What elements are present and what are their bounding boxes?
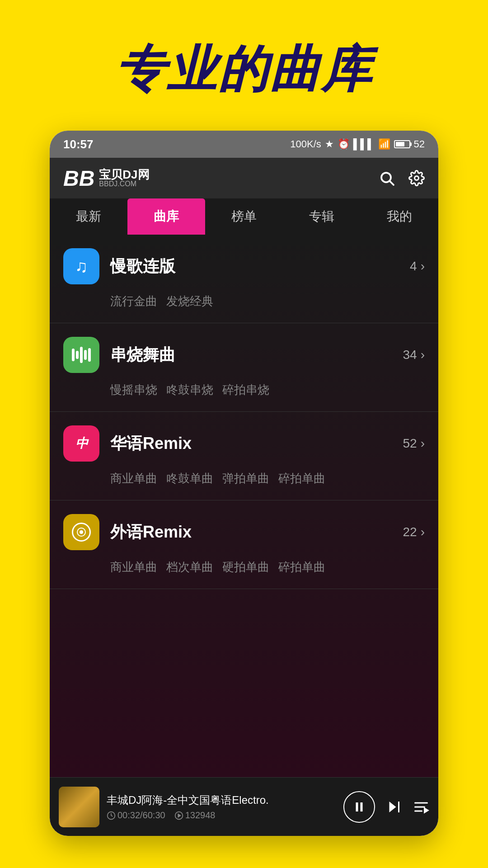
now-playing-plays: 132948 [174, 810, 216, 821]
wave-icon [72, 347, 91, 363]
category-count-wai-yu: 22 › [403, 525, 425, 539]
count-value-man-ge: 4 [410, 259, 417, 274]
tab-wode[interactable]: 我的 [361, 198, 438, 235]
svg-rect-7 [361, 802, 363, 811]
tag-hua-0[interactable]: 商业单曲 [110, 471, 157, 486]
category-name-hua-yu: 华语Remix [110, 433, 403, 455]
plays-value: 132948 [185, 810, 216, 821]
app-logo: BB 宝贝DJ网 BBDJ.COM [63, 166, 150, 191]
now-playing-thumbnail [59, 787, 99, 827]
category-name-man-ge: 慢歌连版 [110, 255, 410, 278]
tag-wai-3[interactable]: 碎拍单曲 [278, 559, 325, 575]
chevron-icon-3: › [421, 436, 425, 451]
phone-frame: 10:57 100K/s ★ ⏰ ▌▌▌ 📶 52 BB 宝贝DJ网 BBDJ.… [50, 131, 438, 836]
target-icon [72, 523, 91, 542]
battery-icon [394, 140, 410, 148]
now-playing-time: 00:32/60:30 [107, 810, 165, 821]
nav-tabs: 最新 曲库 榜单 专辑 我的 [50, 198, 438, 235]
svg-marker-8 [389, 802, 396, 812]
app-header: BB 宝贝DJ网 BBDJ.COM [50, 158, 438, 198]
chevron-icon-2: › [421, 348, 425, 362]
count-value-hua-yu: 52 [403, 436, 417, 451]
header-icons [379, 170, 425, 186]
tag-wai-2[interactable]: 硬拍单曲 [222, 559, 269, 575]
logo-title: 宝贝DJ网 [99, 169, 149, 180]
tag-wai-0[interactable]: 商业单曲 [110, 559, 157, 575]
category-tags-man-ge: 流行金曲 发烧经典 [63, 293, 425, 318]
svg-marker-13 [425, 808, 428, 812]
logo-bb: BB [63, 166, 94, 191]
search-button[interactable] [379, 170, 395, 186]
category-hua-yu[interactable]: 中 华语Remix 52 › 商业单曲 咚鼓单曲 弹拍单曲 碎拍单曲 [50, 412, 438, 500]
now-playing-controls [343, 791, 429, 823]
count-value-wai-yu: 22 [403, 525, 417, 539]
playlist-button[interactable] [413, 799, 429, 815]
next-button[interactable] [386, 799, 402, 815]
hero-title: 专业的曲库 [115, 36, 373, 104]
status-right: 100K/s ★ ⏰ ▌▌▌ 📶 52 [290, 138, 425, 150]
tab-bangdan[interactable]: 榜单 [205, 198, 283, 235]
now-playing-meta: 00:32/60:30 132948 [107, 810, 336, 821]
category-icon-hua-yu: 中 [63, 425, 99, 462]
category-count-chuan-shao: 34 › [403, 348, 425, 362]
time-value: 00:32/60:30 [117, 810, 165, 821]
tab-zhuanji[interactable]: 专辑 [283, 198, 361, 235]
status-speed: 100K/s [290, 138, 321, 150]
category-man-ge[interactable]: ♫ 慢歌连版 4 › 流行金曲 发烧经典 [50, 235, 438, 323]
category-icon-man-ge: ♫ [63, 248, 99, 284]
wifi-icon: 📶 [378, 138, 390, 150]
content-area: ♫ 慢歌连版 4 › 流行金曲 发烧经典 [50, 235, 438, 777]
status-time: 10:57 [63, 137, 94, 151]
chevron-icon-4: › [421, 525, 425, 539]
status-bar: 10:57 100K/s ★ ⏰ ▌▌▌ 📶 52 [50, 131, 438, 158]
alarm-icon: ⏰ [338, 138, 350, 150]
svg-marker-5 [178, 814, 180, 817]
category-tags-hua-yu: 商业单曲 咚鼓单曲 弹拍单曲 碎拍单曲 [63, 471, 425, 495]
category-name-chuan-shao: 串烧舞曲 [110, 344, 403, 366]
tag-wai-1[interactable]: 档次单曲 [166, 559, 213, 575]
svg-point-2 [415, 176, 419, 180]
category-icon-chuan-shao [63, 337, 99, 373]
category-count-hua-yu: 52 › [403, 436, 425, 451]
tab-zuixin[interactable]: 最新 [50, 198, 127, 235]
category-count-man-ge: 4 › [410, 259, 425, 274]
category-tags-chuan-shao: 慢摇串烧 咚鼓串烧 碎拍串烧 [63, 382, 425, 407]
ift-icon: 中 [75, 435, 87, 452]
tag-hua-2[interactable]: 弹拍单曲 [222, 471, 269, 486]
count-value-chuan-shao: 34 [403, 348, 417, 362]
tag-chuan-1[interactable]: 咚鼓串烧 [166, 382, 213, 398]
tab-quku[interactable]: 曲库 [127, 198, 205, 235]
svg-rect-6 [356, 802, 358, 811]
tag-man-ge-1[interactable]: 发烧经典 [166, 293, 213, 309]
tag-hua-3[interactable]: 碎拍单曲 [278, 471, 325, 486]
category-name-wai-yu: 外语Remix [110, 521, 403, 543]
category-wai-yu[interactable]: 外语Remix 22 › 商业单曲 档次单曲 硬拍单曲 碎拍单曲 [50, 500, 438, 589]
logo-text: 宝贝DJ网 BBDJ.COM [99, 169, 149, 188]
category-chuan-shao[interactable]: 串烧舞曲 34 › 慢摇串烧 咚鼓串烧 碎拍串烧 [50, 323, 438, 412]
signal-icon: ▌▌▌ [353, 138, 375, 150]
now-playing-info: 丰城DJ阿海-全中文国粤语Electro. 00:32/60:30 132948 [107, 793, 336, 821]
category-tags-wai-yu: 商业单曲 档次单曲 硬拍单曲 碎拍单曲 [63, 559, 425, 584]
category-icon-wai-yu [63, 514, 99, 550]
bluetooth-icon: ★ [325, 138, 334, 150]
tag-chuan-2[interactable]: 碎拍串烧 [222, 382, 269, 398]
tag-hua-1[interactable]: 咚鼓单曲 [166, 471, 213, 486]
logo-subtitle: BBDJ.COM [99, 180, 149, 188]
tag-man-ge-0[interactable]: 流行金曲 [110, 293, 157, 309]
now-playing-title: 丰城DJ阿海-全中文国粤语Electro. [107, 793, 336, 807]
thumbnail-image [59, 787, 99, 827]
settings-button[interactable] [408, 170, 425, 186]
pause-button[interactable] [343, 791, 375, 823]
chevron-icon: › [421, 259, 425, 274]
now-playing-bar[interactable]: 丰城DJ阿海-全中文国粤语Electro. 00:32/60:30 132948 [50, 777, 438, 836]
battery-level: 52 [414, 138, 425, 150]
music-note-icon: ♫ [75, 257, 88, 276]
svg-line-1 [390, 181, 394, 185]
tag-chuan-0[interactable]: 慢摇串烧 [110, 382, 157, 398]
